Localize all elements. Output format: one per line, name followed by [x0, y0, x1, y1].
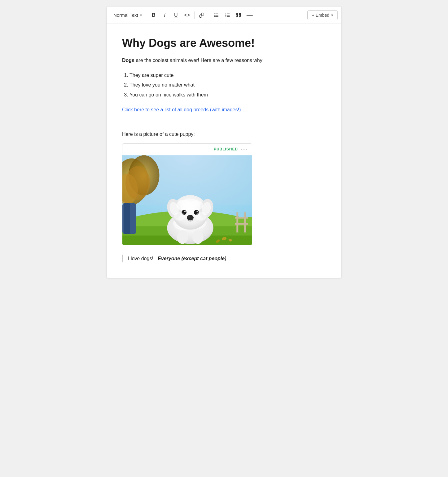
italic-button[interactable]: I [160, 10, 170, 20]
embed-label: + Embed [312, 13, 329, 18]
toolbar: Normal Text ▾ B I U <> [107, 7, 341, 24]
puppy-image [122, 155, 252, 245]
image-caption: Here is a picture of a cute puppy: [122, 132, 326, 137]
code-button[interactable]: <> [182, 10, 192, 20]
svg-rect-25 [244, 212, 246, 232]
link-button[interactable] [196, 10, 207, 20]
underline-button[interactable]: U [171, 10, 181, 20]
quote-button[interactable] [233, 10, 244, 20]
bold-button[interactable]: B [148, 10, 159, 20]
svg-rect-24 [236, 212, 238, 232]
intro-text: are the coolest animals ever! Here are a… [134, 58, 264, 63]
svg-rect-23 [124, 203, 130, 234]
intro-bold: Dogs [122, 58, 134, 63]
svg-point-5 [214, 16, 215, 17]
svg-text:3.: 3. [225, 16, 226, 17]
svg-rect-27 [235, 223, 248, 225]
published-badge: PUBLISHED [214, 147, 238, 151]
svg-point-47 [188, 216, 190, 217]
blockquote-text: I love dogs! - Everyone (except cat peop… [128, 255, 326, 263]
blockquote: I love dogs! - Everyone (except cat peop… [122, 255, 326, 263]
dog-breeds-link[interactable]: Click here to see a list of all dog bree… [122, 107, 241, 113]
editor-container: Normal Text ▾ B I U <> [106, 6, 342, 278]
svg-point-21 [125, 166, 150, 200]
reasons-list: They are super cute They love you no mat… [130, 71, 326, 99]
svg-point-44 [184, 211, 186, 212]
list-item: They love you no matter what [130, 81, 326, 89]
more-options-button[interactable]: ··· [241, 146, 248, 153]
toolbar-divider-2 [209, 11, 209, 19]
intro-paragraph: Dogs are the coolest animals ever! Here … [122, 56, 326, 65]
text-style-label: Normal Text [113, 12, 138, 18]
divider-button[interactable]: — [244, 10, 255, 20]
svg-point-33 [192, 230, 204, 244]
editor-content: Why Dogs are Awesome! Dogs are the coole… [107, 24, 341, 278]
embed-button[interactable]: + Embed ▾ [307, 10, 338, 20]
svg-point-48 [174, 212, 185, 221]
svg-point-49 [195, 212, 207, 221]
bullet-list-button[interactable] [211, 10, 222, 20]
svg-point-46 [187, 215, 194, 220]
svg-point-4 [214, 15, 215, 15]
toolbar-divider-1 [194, 11, 195, 19]
text-style-dropdown[interactable]: Normal Text ▾ [110, 7, 145, 24]
image-card-header: PUBLISHED ··· [122, 144, 252, 155]
list-item: They are super cute [130, 71, 326, 79]
list-item: You can go on nice walks with them [130, 91, 326, 99]
document-title[interactable]: Why Dogs are Awesome! [122, 36, 326, 50]
svg-point-41 [182, 199, 199, 207]
puppy-svg [122, 155, 252, 245]
text-style-chevron-icon: ▾ [140, 13, 142, 17]
svg-point-45 [196, 211, 198, 212]
svg-point-32 [177, 230, 188, 244]
svg-rect-26 [235, 217, 248, 218]
content-divider [122, 122, 326, 122]
image-card: PUBLISHED ··· [122, 143, 252, 245]
numbered-list-button[interactable]: 1. 2. 3. [222, 10, 233, 20]
svg-point-3 [214, 13, 215, 14]
embed-chevron-icon: ▾ [331, 13, 333, 17]
